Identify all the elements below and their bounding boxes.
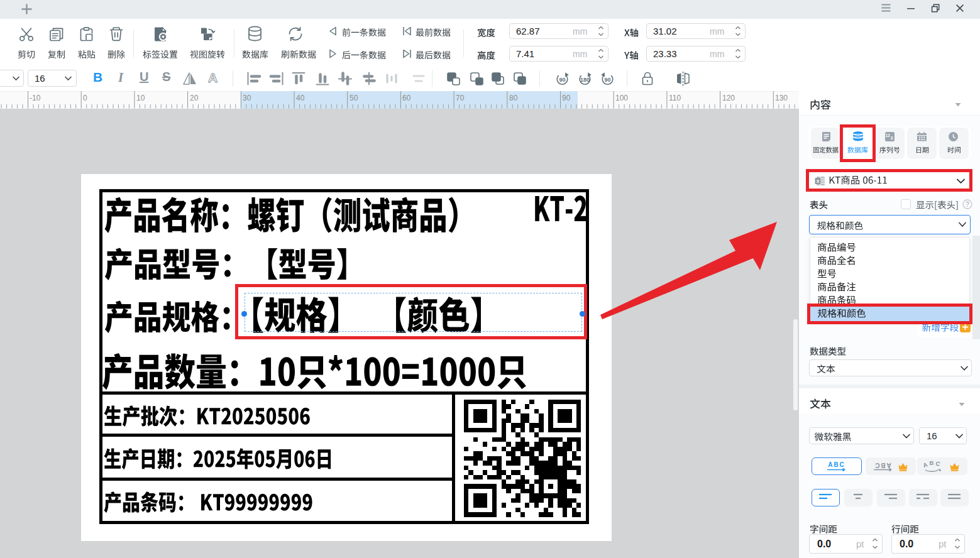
- svg-text:ABC: ABC: [874, 462, 891, 469]
- svg-text:?: ?: [966, 201, 969, 208]
- svg-text:ABC: ABC: [828, 461, 845, 468]
- svg-text:90: 90: [604, 77, 610, 83]
- svg-text:x: x: [817, 178, 820, 184]
- svg-text:A: A: [208, 72, 217, 85]
- svg-text:C: C: [935, 460, 941, 468]
- svg-text:90: 90: [559, 77, 565, 83]
- svg-text:B: B: [930, 460, 934, 466]
- svg-text:180: 180: [580, 77, 590, 83]
- svg-text:3: 3: [891, 136, 893, 140]
- svg-text:12: 12: [885, 133, 890, 138]
- svg-text:A: A: [922, 461, 928, 469]
